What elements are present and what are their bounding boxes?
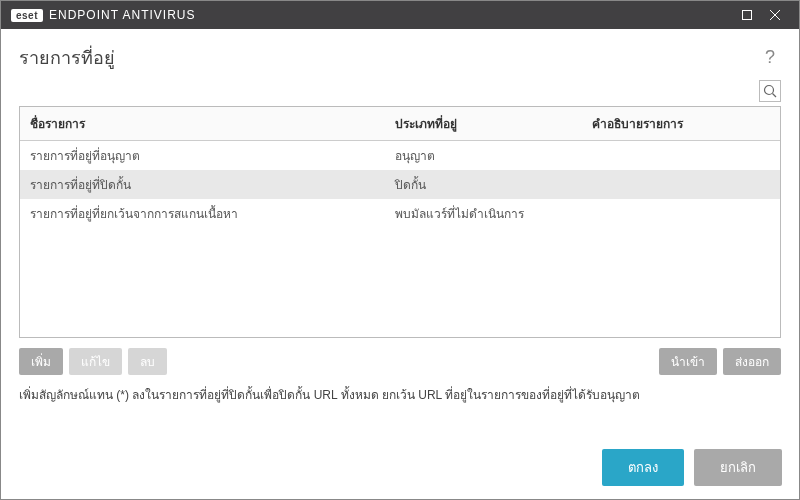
header: รายการที่อยู่ ? bbox=[1, 29, 799, 80]
close-button[interactable] bbox=[761, 1, 789, 29]
edit-button[interactable]: แก้ไข bbox=[69, 348, 122, 375]
table-row[interactable]: รายการที่อยู่ที่ปิดกั้น ปิดกั้น bbox=[20, 170, 780, 199]
search-button[interactable] bbox=[759, 80, 781, 102]
svg-rect-0 bbox=[743, 11, 752, 20]
cancel-button[interactable]: ยกเลิก bbox=[694, 449, 782, 486]
search-row bbox=[1, 80, 799, 106]
cell-desc bbox=[582, 170, 780, 199]
product-name: ENDPOINT ANTIVIRUS bbox=[49, 8, 195, 22]
cell-type: ปิดกั้น bbox=[385, 170, 583, 199]
table-header: ชื่อรายการ ประเภทที่อยู่ คำอธิบายรายการ bbox=[20, 107, 780, 141]
cell-name: รายการที่อยู่ที่ยกเว้นจากการสแกนเนื้อหา bbox=[20, 199, 385, 228]
cell-name: รายการที่อยู่ที่ปิดกั้น bbox=[20, 170, 385, 199]
hint-text: เพิ่มสัญลักษณ์แทน (*) ลงในรายการที่อยู่ท… bbox=[1, 381, 799, 414]
minimize-icon bbox=[741, 9, 753, 21]
close-icon bbox=[769, 9, 781, 21]
footer: ตกลง ยกเลิก bbox=[0, 435, 800, 500]
table-row[interactable]: รายการที่อยู่ที่อนุญาต อนุญาต bbox=[20, 141, 780, 170]
ok-button[interactable]: ตกลง bbox=[602, 449, 684, 486]
add-button[interactable]: เพิ่ม bbox=[19, 348, 63, 375]
search-icon bbox=[763, 84, 777, 98]
help-button[interactable]: ? bbox=[759, 45, 781, 70]
brand-badge: eset bbox=[11, 9, 43, 22]
col-header-desc[interactable]: คำอธิบายรายการ bbox=[582, 107, 780, 140]
cell-type: อนุญาต bbox=[385, 141, 583, 170]
minimize-button[interactable] bbox=[733, 1, 761, 29]
import-button[interactable]: นำเข้า bbox=[659, 348, 717, 375]
action-row: เพิ่ม แก้ไข ลบ นำเข้า ส่งออก bbox=[1, 338, 799, 381]
cell-desc bbox=[582, 199, 780, 228]
col-header-type[interactable]: ประเภทที่อยู่ bbox=[385, 107, 583, 140]
titlebar: eset ENDPOINT ANTIVIRUS bbox=[1, 1, 799, 29]
table-body: รายการที่อยู่ที่อนุญาต อนุญาต รายการที่อ… bbox=[20, 141, 780, 228]
cell-desc bbox=[582, 141, 780, 170]
col-header-name[interactable]: ชื่อรายการ bbox=[20, 107, 385, 140]
cell-name: รายการที่อยู่ที่อนุญาต bbox=[20, 141, 385, 170]
address-list-table: ชื่อรายการ ประเภทที่อยู่ คำอธิบายรายการ … bbox=[19, 106, 781, 338]
delete-button[interactable]: ลบ bbox=[128, 348, 167, 375]
svg-line-4 bbox=[773, 94, 777, 98]
export-button[interactable]: ส่งออก bbox=[723, 348, 781, 375]
cell-type: พบมัลแวร์ที่ไม่ดำเนินการ bbox=[385, 199, 583, 228]
svg-point-3 bbox=[765, 86, 774, 95]
table-row[interactable]: รายการที่อยู่ที่ยกเว้นจากการสแกนเนื้อหา … bbox=[20, 199, 780, 228]
page-title: รายการที่อยู่ bbox=[19, 43, 115, 72]
